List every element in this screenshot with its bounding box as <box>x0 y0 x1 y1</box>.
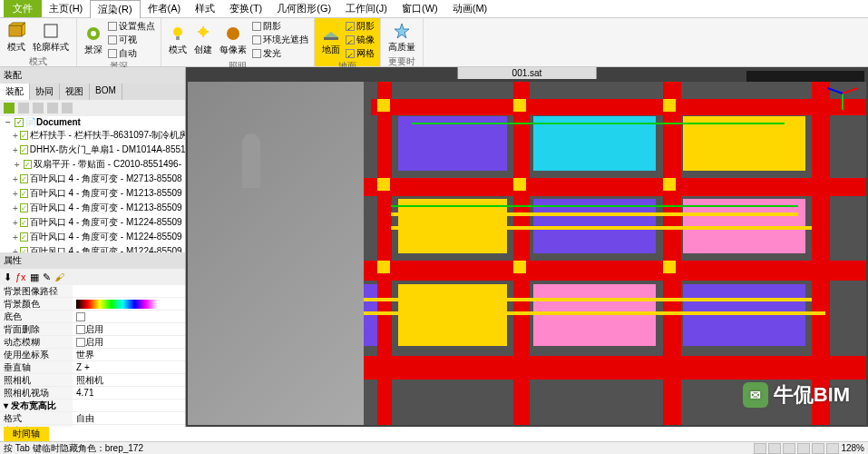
tree-tool-icon[interactable] <box>62 103 73 114</box>
check-visible[interactable]: 可视 <box>108 34 155 46</box>
status-icon[interactable] <box>826 443 839 454</box>
tree-tool-icon[interactable] <box>33 103 44 114</box>
status-icon[interactable] <box>783 443 795 454</box>
tree-panel-title: 装配 <box>0 67 185 84</box>
menu-animation[interactable]: 动画(M) <box>445 0 495 17</box>
checkbox[interactable] <box>76 325 85 334</box>
menu-transform[interactable]: 变换(T) <box>222 0 269 17</box>
status-icon[interactable] <box>797 443 810 454</box>
check-ground-shadow[interactable]: 阴影 <box>346 20 375 33</box>
tree-item[interactable]: +栏杆扶手 - 栏杆扶手-8631097-制冷机房 <box>0 128 185 143</box>
zoom-label[interactable]: 128% <box>841 443 864 454</box>
tab-view[interactable]: 视图 <box>60 84 90 100</box>
check-shadow[interactable]: 阴影 <box>252 20 308 33</box>
wechat-icon: ✉ <box>743 382 768 408</box>
svg-rect-5 <box>176 36 180 40</box>
svg-rect-8 <box>324 37 338 40</box>
check-glow[interactable]: 发光 <box>252 47 308 60</box>
menu-author[interactable]: 作者(A) <box>141 0 189 17</box>
menu-geometry[interactable]: 几何图形(G) <box>269 0 338 17</box>
menu-style[interactable]: 样式 <box>188 0 222 17</box>
tree-tool-icon[interactable] <box>4 103 15 114</box>
check-ao[interactable]: 环境光遮挡 <box>252 34 308 46</box>
tab-bom[interactable]: BOM <box>90 84 122 100</box>
svg-point-3 <box>91 31 96 36</box>
tab-assembly[interactable]: 装配 <box>0 84 30 100</box>
light-create-button[interactable]: 创建 <box>192 23 214 58</box>
props-tool-icon[interactable]: ▦ <box>30 271 39 283</box>
light-mode-button[interactable]: 模式 <box>167 23 189 58</box>
ribbon-group-dof: 景深 设置焦点 可视 自动 景深 <box>77 18 161 66</box>
check-grid[interactable]: 网格 <box>346 47 375 60</box>
viewport-tab[interactable]: 001.sat <box>458 67 597 79</box>
timeline-tab[interactable]: 时间轴 <box>4 427 49 441</box>
svg-rect-1 <box>44 25 57 37</box>
props-tool-icon[interactable]: ƒx <box>15 271 26 282</box>
tree-item[interactable]: +双扇平开 - 带贴面 - C2010-8551496- <box>0 157 185 172</box>
props-tool-icon[interactable]: ⬇ <box>4 271 12 283</box>
status-bar: 按 Tab 键临时隐藏角色：brep_172 128% <box>0 441 868 454</box>
check-mirror[interactable]: 镜像 <box>346 34 375 46</box>
mode-button[interactable]: 模式 <box>5 20 27 55</box>
axes-gizmo[interactable] <box>824 74 861 111</box>
tree-toolbar <box>0 100 185 116</box>
svg-point-7 <box>227 27 239 40</box>
props-toolbar: ⬇ ƒx ▦ ✎ 🖌 <box>0 269 185 285</box>
dof-button[interactable]: 景深 <box>83 23 104 58</box>
ribbon-group-ground: 地面 阴影 镜像 网格 地面 <box>315 18 381 66</box>
tree-item[interactable]: +百叶风口 4 - 角度可变 - M2713-85508 <box>0 172 185 186</box>
left-panel: 装配 装配 协同 视图 BOM −📄Document +栏杆扶手 - 栏杆扶手-… <box>0 67 186 427</box>
svg-point-6 <box>200 28 207 35</box>
ribbon-group-mode: 模式 轮廓样式 模式 <box>0 18 77 66</box>
ribbon: 模式 轮廓样式 模式 景深 设置焦点 可视 自动 景深 <box>0 18 868 67</box>
tree-root[interactable]: −📄Document <box>0 116 185 128</box>
menu-bar: 文件 主页(H) 渲染(R) 作者(A) 样式 变换(T) 几何图形(G) 工作… <box>0 0 868 18</box>
rainbow-picker[interactable] <box>76 300 158 309</box>
tree-tool-icon[interactable] <box>18 103 29 114</box>
tree-body[interactable]: −📄Document +栏杆扶手 - 栏杆扶手-8631097-制冷机房 +DH… <box>0 116 185 252</box>
props-tool-icon[interactable]: 🖌 <box>54 271 64 282</box>
3d-viewport[interactable]: 001.sat <box>186 67 868 427</box>
file-menu[interactable]: 文件 <box>4 0 42 17</box>
svg-rect-0 <box>9 25 22 36</box>
tree-item[interactable]: +百叶风口 4 - 角度可变 - M1213-85509 <box>0 186 185 201</box>
hq-button[interactable]: 高质量 <box>386 20 417 55</box>
svg-point-4 <box>173 27 182 36</box>
outline-style-button[interactable]: 轮廓样式 <box>31 20 71 55</box>
tree-item[interactable]: +百叶风口 4 - 角度可变 - M1224-85509 <box>0 230 185 244</box>
check-focus[interactable]: 设置焦点 <box>108 20 155 33</box>
tree-item[interactable]: +百叶风口 4 - 角度可变 - M1224-85509 <box>0 244 185 252</box>
tree-item[interactable]: +百叶风口 4 - 角度可变 - M1224-85509 <box>0 215 185 230</box>
status-text: 按 Tab 键临时隐藏角色：brep_172 <box>4 442 143 455</box>
per-pixel-button[interactable]: 每像素 <box>218 23 249 58</box>
menu-workspace[interactable]: 工作间(J) <box>338 0 395 17</box>
tree-tabs: 装配 协同 视图 BOM <box>0 84 185 100</box>
menu-home[interactable]: 主页(H) <box>42 0 90 17</box>
menu-render[interactable]: 渲染(R) <box>90 0 140 18</box>
status-icon[interactable] <box>768 443 781 454</box>
props-tool-icon[interactable]: ✎ <box>43 271 51 283</box>
tree-item[interactable]: +百叶风口 4 - 角度可变 - M1213-85509 <box>0 201 185 215</box>
ribbon-group-lighting: 模式 创建 每像素 阴影 环境光遮挡 发光 照明 <box>161 18 315 66</box>
color-swatch[interactable] <box>76 312 85 321</box>
3d-scene <box>188 82 866 425</box>
props-title: 属性 <box>0 252 185 269</box>
ribbon-group-label: 更要时 <box>386 55 417 68</box>
props-body[interactable]: 背景图像路径 背景颜色 底色 背面删除启用 动态模糊启用 使用坐标系世界 垂直轴… <box>0 285 185 427</box>
status-icon[interactable] <box>812 443 824 454</box>
check-auto[interactable]: 自动 <box>108 47 155 60</box>
watermark: ✉ 牛侃BIM <box>743 381 850 409</box>
checkbox[interactable] <box>76 338 85 347</box>
status-icon[interactable] <box>754 443 766 454</box>
ribbon-group-quality: 高质量 更要时 <box>381 18 424 66</box>
tab-collab[interactable]: 协同 <box>30 84 60 100</box>
tree-item[interactable]: +DHHX-防火门_单扇1 - DM1014A-8551 <box>0 143 185 157</box>
tree-tool-icon[interactable] <box>47 103 58 114</box>
ribbon-group-label: 模式 <box>5 55 71 68</box>
menu-window[interactable]: 窗口(W) <box>395 0 445 17</box>
ground-button[interactable]: 地面 <box>320 23 342 58</box>
